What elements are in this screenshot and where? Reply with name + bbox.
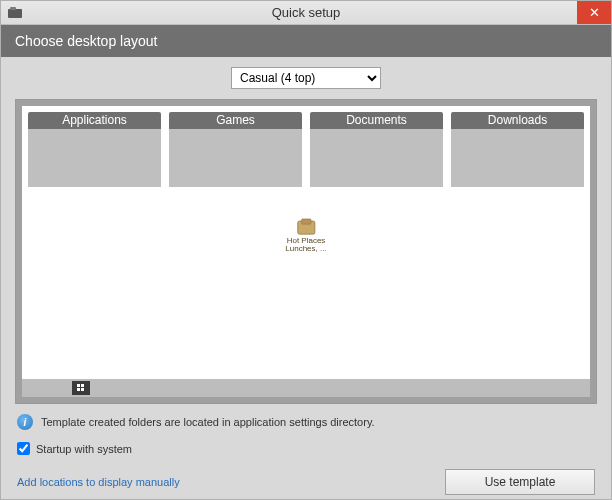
startup-checkbox[interactable]: [17, 442, 30, 455]
desktop-icon-label-2: Lunches, ...: [285, 245, 326, 253]
close-button[interactable]: ✕: [577, 1, 611, 24]
folder-body: [451, 129, 584, 187]
subheader: Choose desktop layout: [1, 25, 611, 57]
svg-rect-0: [8, 9, 22, 18]
bottom-row: Add locations to display manually Use te…: [15, 469, 597, 495]
startup-checkbox-label: Startup with system: [36, 443, 132, 455]
svg-rect-3: [81, 384, 84, 387]
add-locations-link[interactable]: Add locations to display manually: [17, 476, 180, 488]
folder-row: Applications Games Documents Downloads: [22, 106, 590, 187]
content: Casual (4 top) Applications Games Docume…: [1, 57, 611, 499]
folder-applications: Applications: [28, 112, 161, 187]
titlebar: Quick setup ✕: [1, 1, 611, 25]
layout-select[interactable]: Casual (4 top): [231, 67, 381, 89]
folder-label: Games: [169, 112, 302, 129]
svg-rect-2: [77, 384, 80, 387]
desktop-center-icon: Hot Places Lunches, ...: [285, 221, 326, 254]
info-row: i Template created folders are located i…: [15, 404, 597, 438]
taskbar: [22, 379, 590, 397]
startup-checkbox-row: Startup with system: [15, 438, 597, 469]
info-text: Template created folders are located in …: [41, 416, 375, 428]
folder-body: [169, 129, 302, 187]
preview-frame: Applications Games Documents Downloads: [15, 99, 597, 404]
close-icon: ✕: [589, 5, 600, 20]
layout-dropdown-row: Casual (4 top): [15, 67, 597, 89]
box-icon: [297, 221, 315, 235]
folder-label: Downloads: [451, 112, 584, 129]
folder-documents: Documents: [310, 112, 443, 187]
folder-body: [310, 129, 443, 187]
folder-label: Documents: [310, 112, 443, 129]
info-icon: i: [17, 414, 33, 430]
window-title: Quick setup: [1, 5, 611, 20]
svg-rect-5: [81, 388, 84, 391]
folder-downloads: Downloads: [451, 112, 584, 187]
svg-rect-1: [10, 7, 16, 10]
folder-label: Applications: [28, 112, 161, 129]
desktop-preview: Applications Games Documents Downloads: [22, 106, 590, 379]
app-icon: [7, 5, 23, 21]
window: Quick setup ✕ Choose desktop layout Casu…: [0, 0, 612, 500]
svg-rect-4: [77, 388, 80, 391]
folder-games: Games: [169, 112, 302, 187]
folder-body: [28, 129, 161, 187]
start-button-icon: [72, 381, 90, 395]
use-template-button[interactable]: Use template: [445, 469, 595, 495]
